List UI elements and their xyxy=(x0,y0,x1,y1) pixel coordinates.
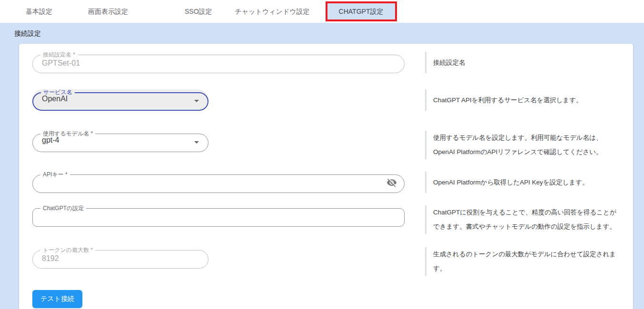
settings-content: 接続設定 接続設定名 * 接続設定名 サービス名 OpenAI xyxy=(0,23,644,309)
form-row-model-name: 使用するモデル名 * gpt-4 使用するモデル名を設定します。利用可能なモデル… xyxy=(32,131,633,159)
max-tokens-help: 生成されるのトークンの最大数がモデルに合わせて設定されます。 xyxy=(425,247,621,276)
service-name-help: ChatGPT APIを利用するサービス名を選択します。 xyxy=(425,89,621,111)
visibility-off-icon[interactable] xyxy=(386,177,397,188)
model-name-help: 使用するモデル名を設定します。利用可能なモデル名は、OpenAI Platfor… xyxy=(425,131,621,159)
chatgpt-config-help: ChatGPTに役割を与えることで、精度の高い回答を得ることができます。書式やチ… xyxy=(425,205,621,234)
connection-name-input xyxy=(32,52,405,73)
settings-tab-bar: 基本設定 画面表示設定 SSO設定 チャットウィンドウ設定 CHATGPT設定 xyxy=(0,0,644,23)
tab-chatgpt-settings[interactable]: CHATGPT設定 xyxy=(326,1,397,21)
dropdown-arrow-icon[interactable] xyxy=(194,141,199,144)
api-key-input[interactable] xyxy=(32,172,405,193)
service-name-value: OpenAI xyxy=(32,89,208,111)
model-name-select[interactable]: 使用するモデル名 * gpt-4 xyxy=(32,131,208,152)
section-title: 接続設定 xyxy=(0,23,644,38)
tab-display-settings[interactable]: 画面表示設定 xyxy=(77,0,139,23)
connection-settings-card: 接続設定名 * 接続設定名 サービス名 OpenAI ChatGPT APIを利… xyxy=(19,44,633,309)
connection-name-help: 接続設定名 xyxy=(425,52,621,73)
form-row-api-key: APIキー * OpenAI Platformから取得したAPI Keyを設定し… xyxy=(32,172,633,193)
max-tokens-field: トークンの最大数 * xyxy=(32,247,208,269)
api-key-help: OpenAI Platformから取得したAPI Keyを設定します。 xyxy=(425,172,621,193)
max-tokens-input xyxy=(32,247,208,269)
form-row-chatgpt-config: ChatGPTの設定 ChatGPTに役割を与えることで、精度の高い回答を得るこ… xyxy=(32,205,633,234)
dropdown-arrow-icon[interactable] xyxy=(194,100,199,102)
chatgpt-config-textarea[interactable] xyxy=(32,205,405,227)
tab-basic-settings[interactable]: 基本設定 xyxy=(14,0,64,23)
api-key-field: APIキー * xyxy=(32,172,405,193)
connection-name-field: 接続設定名 * xyxy=(32,52,405,73)
model-name-value: gpt-4 xyxy=(32,131,208,152)
chatgpt-config-field: ChatGPTの設定 xyxy=(32,205,405,227)
test-connection-button[interactable]: テスト接続 xyxy=(32,290,82,308)
form-row-connection-name: 接続設定名 * 接続設定名 xyxy=(32,52,633,73)
tab-chat-window-settings[interactable]: チャットウィンドウ設定 xyxy=(224,0,321,23)
form-row-max-tokens: トークンの最大数 * 生成されるのトークンの最大数がモデルに合わせて設定されます… xyxy=(32,247,633,276)
tab-sso-settings[interactable]: SSO設定 xyxy=(173,0,224,23)
service-name-select[interactable]: サービス名 OpenAI xyxy=(32,89,208,111)
form-row-service-name: サービス名 OpenAI ChatGPT APIを利用するサービス名を選択します… xyxy=(32,89,633,111)
